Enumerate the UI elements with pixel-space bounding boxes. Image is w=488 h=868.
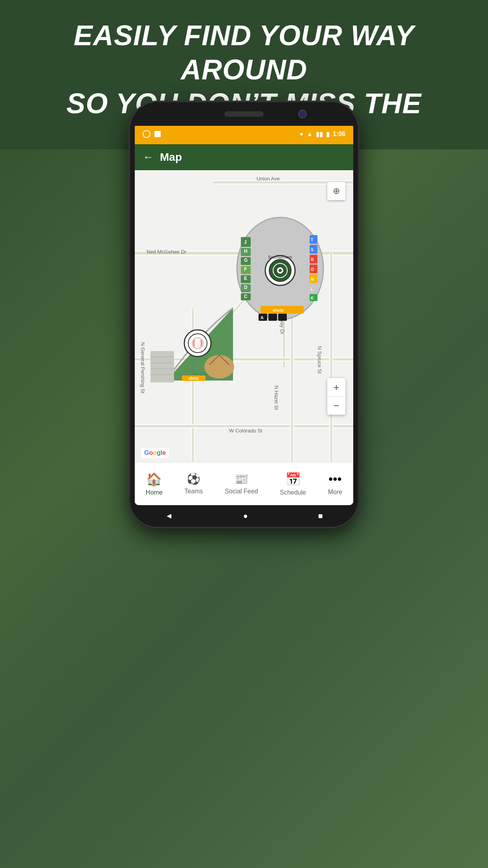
road-label-union: Union Ave <box>257 176 280 182</box>
football-stadium[interactable]: J H G F E D C <box>229 213 327 331</box>
svg-text:J: J <box>244 239 247 245</box>
nav-item-teams[interactable]: ⚽ Teams <box>180 469 207 498</box>
road-label-hazel: N Hazel St <box>273 386 279 410</box>
zoom-in-button[interactable]: + <box>327 378 345 396</box>
location-button[interactable]: ⊕ <box>327 182 345 200</box>
google-logo: Google <box>141 448 169 458</box>
football-stadium-svg: J H G F E D C <box>229 213 327 331</box>
phone-top-bar <box>130 102 358 126</box>
svg-text:shotz: shotz <box>273 308 284 313</box>
baseball-field[interactable]: shotz <box>147 304 237 383</box>
status-icon-square <box>154 131 161 137</box>
nav-label-schedule: Schedule <box>280 489 306 496</box>
phone-speaker <box>224 111 264 117</box>
svg-rect-62 <box>150 351 174 383</box>
nav-label-teams: Teams <box>184 488 203 495</box>
schedule-icon: 📅 <box>285 472 301 487</box>
android-recent-button[interactable]: ■ <box>318 511 323 520</box>
svg-text:R: R <box>311 257 314 262</box>
android-nav-bar: ◄ ● ■ <box>130 505 358 527</box>
svg-text:shotz: shotz <box>189 376 199 381</box>
nav-item-schedule[interactable]: 📅 Schedule <box>275 469 311 499</box>
map-area[interactable]: Union Ave Ned McGehee Dr Galloway Dr N G… <box>135 170 353 462</box>
svg-text:S: S <box>311 248 314 252</box>
road-label-mcgehee: Ned McGehee Dr <box>147 249 186 255</box>
nav-item-home[interactable]: 🏠 Home <box>141 469 167 499</box>
svg-rect-49 <box>278 314 287 321</box>
status-icon-circle <box>143 130 150 138</box>
home-icon: 🏠 <box>146 472 162 487</box>
svg-text:O: O <box>311 267 314 272</box>
svg-rect-48 <box>268 314 277 321</box>
road-label-colorado: W Colorado St <box>229 428 262 434</box>
android-back-button[interactable]: ◄ <box>165 511 173 520</box>
phone-screen: ● ▲ ▮▮ ▮ 1:06 ← Map <box>135 124 353 505</box>
svg-point-59 <box>204 355 234 379</box>
zoom-out-button[interactable]: − <box>327 397 345 415</box>
svg-text:H: H <box>244 248 248 254</box>
more-icon: ••• <box>328 472 342 486</box>
signal-status-icon: ▮▮ <box>316 131 323 138</box>
zoom-controls: + − <box>327 378 345 415</box>
phone-camera <box>298 110 307 118</box>
teams-icon: ⚽ <box>187 473 200 485</box>
location-crosshair-icon: ⊕ <box>333 186 340 196</box>
svg-text:F: F <box>244 267 247 272</box>
svg-text:C: C <box>244 294 248 299</box>
android-home-button[interactable]: ● <box>243 511 248 520</box>
social-feed-icon: 📰 <box>235 473 248 485</box>
wifi-status-icon: ▲ <box>306 131 313 138</box>
baseball-field-svg: shotz <box>147 304 237 383</box>
status-right-icons: ● ▲ ▮▮ ▮ 1:06 <box>299 131 345 138</box>
nav-label-more: More <box>328 489 342 496</box>
svg-text:E: E <box>244 276 247 281</box>
back-button[interactable]: ← <box>143 151 154 164</box>
svg-text:Southwestern: Southwestern <box>268 255 292 259</box>
svg-text:D: D <box>244 285 248 290</box>
map-canvas: Union Ave Ned McGehee Dr Galloway Dr N G… <box>135 170 353 462</box>
phone-device: ● ▲ ▮▮ ▮ 1:06 ← Map <box>130 102 358 527</box>
svg-text:T: T <box>311 238 313 242</box>
page-title: Map <box>160 151 182 164</box>
battery-status-icon: ▮ <box>326 131 330 138</box>
svg-text:K: K <box>311 296 314 300</box>
location-status-icon: ● <box>299 131 303 138</box>
nav-label-social-feed: Social Feed <box>225 488 258 495</box>
svg-text:A: A <box>261 315 264 320</box>
nav-item-more[interactable]: ••• More <box>323 469 347 499</box>
status-left-icons <box>143 130 161 138</box>
status-time: 1:06 <box>333 131 345 138</box>
app-header: ← Map <box>135 144 353 170</box>
nav-label-home: Home <box>146 489 163 496</box>
nav-item-social-feed[interactable]: 📰 Social Feed <box>220 469 263 498</box>
bottom-navigation: 🏠 Home ⚽ Teams 📰 Social Feed 📅 Schedule … <box>135 462 353 505</box>
svg-text:M: M <box>311 277 314 281</box>
svg-text:L: L <box>311 287 313 291</box>
road-label-pershing: N General Pershing St <box>140 342 146 394</box>
svg-point-57 <box>279 269 282 272</box>
status-bar: ● ▲ ▮▮ ▮ 1:06 <box>135 124 353 144</box>
road-label-spruce: N Spruce St <box>317 346 323 374</box>
svg-text:G: G <box>244 257 248 263</box>
